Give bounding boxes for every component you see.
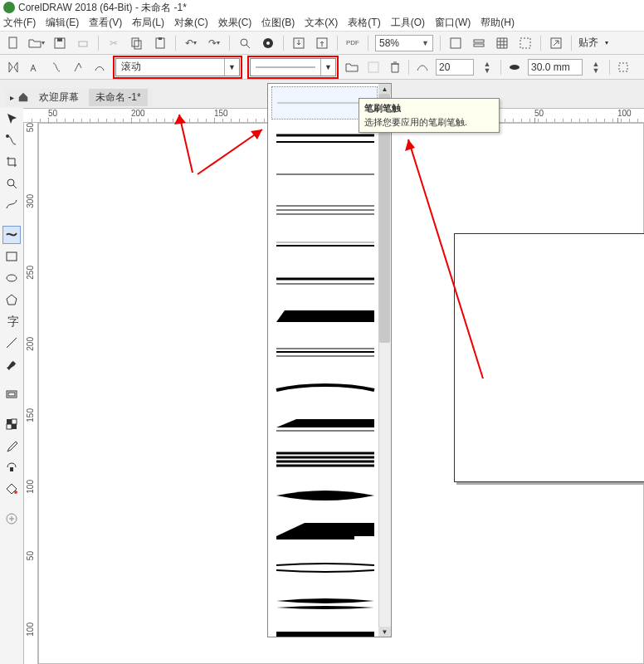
mirror-h-button[interactable] [5,59,22,76]
tool-ellipse[interactable] [2,269,21,287]
import-button[interactable] [290,35,307,51]
search-button[interactable] [237,35,253,51]
svg-rect-2 [57,38,62,42]
browse-button[interactable] [344,59,360,76]
zoom-level-combo[interactable]: 58% ▼ [375,35,433,51]
brush-stroke-option[interactable] [271,372,378,405]
tool-plus[interactable] [2,510,21,528]
ruler-tick: 250 [26,266,35,280]
redo-button[interactable]: ↷▾ [206,35,222,51]
menu-item[interactable]: 工具(O) [391,16,425,30]
brush-stroke-option[interactable] [271,479,378,512]
cut-button[interactable]: ✂ [105,35,122,51]
tool-freehand[interactable] [2,226,21,244]
brush-stroke-option[interactable] [271,443,378,476]
undo-button[interactable]: ↶▾ [183,35,199,51]
tool-shape[interactable] [2,131,21,149]
menu-item[interactable]: 效果(C) [218,16,252,30]
save-brush-button[interactable] [365,59,382,76]
brush-tool-a-button[interactable] [27,59,43,76]
publish-pdf-button[interactable]: PDF [344,35,361,51]
smoothing-input[interactable]: 20 [436,59,474,76]
menu-item[interactable]: 对象(C) [174,16,208,30]
stepper-icon[interactable]: ▲▼ [588,59,604,76]
brush-category-value: 滚动 [116,60,224,74]
menu-item[interactable]: 编辑(E) [46,16,79,30]
tool-line[interactable] [2,334,21,352]
brush-stroke-dropdown[interactable]: ▲ ▼ [267,83,392,637]
menu-item[interactable]: 文本(X) [305,16,338,30]
tool-curve[interactable] [2,196,21,214]
brush-stroke-option[interactable] [271,622,378,637]
tool-zoom[interactable] [2,174,21,193]
paste-button[interactable] [152,35,168,51]
tool-effect[interactable] [2,458,21,476]
export-button[interactable] [314,35,330,51]
menu-item[interactable]: 查看(V) [89,16,122,30]
svg-rect-32 [12,424,17,429]
svg-point-23 [7,179,14,186]
brush-stroke-option[interactable] [271,193,378,227]
menu-item[interactable]: 帮助(H) [481,16,515,30]
stroke-width-input[interactable]: 30.0 mm [528,59,583,76]
brush-stroke-option[interactable] [271,515,378,548]
brush-category-combo[interactable]: 滚动 ▼ [115,58,240,76]
tool-rect[interactable] [2,247,21,266]
brush-stroke-option[interactable] [271,586,378,619]
rulers-button[interactable] [471,35,487,51]
brush-stroke-combo[interactable]: ▼ [250,58,336,76]
launch-button[interactable] [548,35,564,51]
brush-stroke-option[interactable] [271,158,378,191]
menu-item[interactable]: 表格(T) [348,16,380,30]
tool-pick[interactable] [2,110,21,128]
brush-tool-d-button[interactable] [91,59,108,76]
menu-item[interactable]: 位图(B) [261,16,295,30]
save-button[interactable] [51,35,68,51]
new-file-button[interactable] [5,35,22,51]
snap-label[interactable]: 贴齐 [578,36,598,50]
svg-rect-14 [451,38,461,48]
home-icon[interactable] [17,91,29,103]
brush-tool-c-button[interactable] [70,59,86,76]
tool-checker[interactable] [2,415,21,433]
menu-item[interactable]: 文件(F) [3,16,36,30]
delete-button[interactable] [387,59,403,76]
vertical-ruler[interactable]: 5030025020015010050100 [23,123,38,664]
menu-item[interactable]: 布局(L) [132,16,164,30]
tab-document[interactable]: 未命名 -1* [89,89,148,106]
tool-fill[interactable] [2,480,21,498]
brush-stroke-option[interactable] [271,336,378,369]
stepper-icon[interactable]: ▲▼ [479,59,495,76]
bounding-box-button[interactable] [615,59,632,76]
grid-button[interactable] [494,35,510,51]
scroll-down-button[interactable]: ▼ [378,627,391,637]
pan-button[interactable] [260,35,276,51]
brush-stroke-option[interactable] [271,300,378,334]
scrollbar[interactable]: ▲ ▼ [378,84,391,637]
tool-text[interactable]: 字 [2,312,21,330]
tool-crop[interactable] [2,153,21,171]
menu-bar: 文件(F)编辑(E)查看(V)布局(L)对象(C)效果(C)位图(B)文本(X)… [0,15,644,32]
tool-polygon[interactable] [2,290,21,309]
copy-button[interactable] [129,35,145,51]
chevron-down-icon[interactable]: ▼ [320,59,335,76]
scroll-up-button[interactable]: ▲ [378,84,391,94]
tab-arrow-icon[interactable]: ▸ [10,93,14,102]
tab-welcome[interactable]: 欢迎屏幕 [32,89,85,106]
print-button[interactable] [75,35,91,51]
menu-item[interactable]: 窗口(W) [435,16,471,30]
brush-stroke-option[interactable] [271,408,378,441]
guides-button[interactable] [517,35,534,51]
brush-stroke-option[interactable] [271,550,378,583]
tool-dropper[interactable] [2,437,21,455]
ruler-tick: 50 [534,109,544,118]
chevron-down-icon[interactable]: ▼ [224,59,239,76]
open-file-button[interactable]: ▾ [28,35,45,51]
tool-dim[interactable] [2,385,21,403]
svg-rect-3 [79,42,87,46]
fullscreen-button[interactable] [447,35,464,51]
brush-stroke-option[interactable] [271,265,378,298]
brush-tool-b-button[interactable] [48,59,65,76]
tool-art[interactable] [2,355,21,374]
brush-stroke-option[interactable] [271,229,378,262]
